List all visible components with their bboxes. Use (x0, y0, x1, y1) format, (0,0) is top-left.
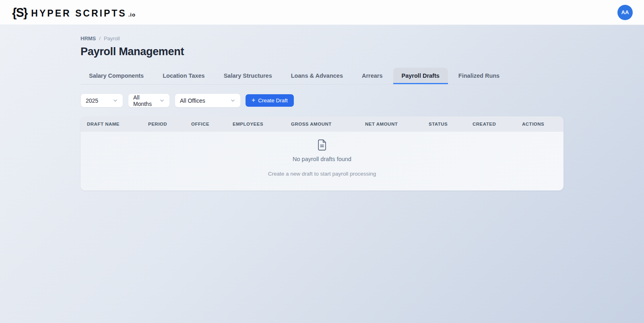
page-body: HRMS / Payroll Payroll Management Salary… (0, 25, 644, 190)
logo-brace-s-icon: {S} (12, 6, 27, 19)
month-select-value: All Months (133, 94, 156, 107)
create-draft-label: Create Draft (258, 97, 288, 104)
create-draft-button[interactable]: + Create Draft (246, 94, 294, 107)
tab-arrears[interactable]: Arrears (353, 68, 391, 84)
tab-salary-structures[interactable]: Salary Structures (215, 68, 281, 84)
logo-suffix: .io (128, 12, 136, 18)
tab-location-taxes[interactable]: Location Taxes (154, 68, 213, 84)
tab-loans-advances[interactable]: Loans & Advances (283, 68, 351, 84)
tab-finalized-runs[interactable]: Finalized Runs (450, 68, 508, 84)
user-avatar[interactable]: AA (617, 5, 633, 20)
empty-state-subtitle: Create a new draft to start payroll proc… (268, 171, 376, 177)
year-select-value: 2025 (86, 97, 98, 104)
column-created: CREATED (473, 122, 522, 126)
chevron-down-icon (159, 98, 165, 103)
page-title: Payroll Management (80, 46, 564, 58)
year-select[interactable]: 2025 (80, 93, 123, 108)
breadcrumb-current: Payroll (104, 35, 120, 41)
filter-toolbar: 2025 All Months All Offices + Create Dr (80, 93, 564, 108)
top-bar: {S} HYPER SCRIPTS .io AA (0, 0, 644, 25)
office-select[interactable]: All Offices (175, 93, 241, 108)
column-gross-amount: GROSS AMOUNT (291, 122, 365, 126)
column-actions: ACTIONS (522, 122, 564, 126)
table-empty-state: No payroll drafts found Create a new dra… (80, 132, 564, 190)
tab-bar: Salary Components Location Taxes Salary … (80, 68, 564, 85)
column-net-amount: NET AMOUNT (365, 122, 429, 126)
empty-state-title: No payroll drafts found (293, 156, 351, 162)
payroll-drafts-table: DRAFT NAME PERIOD OFFICE EMPLOYEES GROSS… (80, 116, 564, 190)
chevron-down-icon (230, 98, 235, 103)
column-employees: EMPLOYEES (233, 122, 291, 126)
office-select-value: All Offices (180, 97, 205, 104)
tab-salary-components[interactable]: Salary Components (80, 68, 152, 84)
logo-text: HYPER SCRIPTS (31, 9, 126, 18)
plus-icon: + (252, 97, 255, 104)
chevron-down-icon (113, 98, 118, 103)
app-logo[interactable]: {S} HYPER SCRIPTS .io (12, 6, 136, 19)
column-draft-name: DRAFT NAME (87, 122, 148, 126)
breadcrumb-hrms-link[interactable]: HRMS (80, 35, 96, 41)
column-office: OFFICE (191, 122, 233, 126)
breadcrumb-separator: / (99, 35, 101, 41)
tab-payroll-drafts[interactable]: Payroll Drafts (393, 68, 448, 84)
column-period: PERIOD (148, 122, 191, 126)
table-header-row: DRAFT NAME PERIOD OFFICE EMPLOYEES GROSS… (80, 116, 564, 132)
column-status: STATUS (429, 122, 473, 126)
document-icon (315, 138, 329, 153)
breadcrumb: HRMS / Payroll (80, 35, 564, 41)
month-select[interactable]: All Months (128, 93, 170, 108)
